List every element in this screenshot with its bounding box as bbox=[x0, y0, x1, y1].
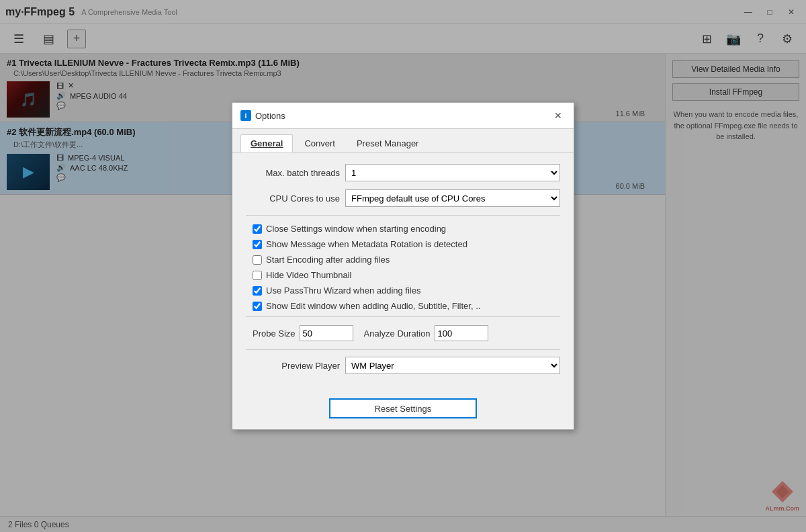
checkbox-0[interactable] bbox=[253, 224, 262, 234]
checkbox-4[interactable] bbox=[253, 286, 262, 296]
checkbox-row-2: Start Encoding after adding files bbox=[246, 255, 560, 265]
batch-threads-select[interactable]: 1 2 4 8 bbox=[345, 164, 560, 181]
divider2 bbox=[246, 316, 560, 317]
reset-settings-button[interactable]: Reset Settings bbox=[329, 398, 477, 418]
cpu-cores-label: CPU Cores to use bbox=[246, 193, 340, 204]
checkbox-label-5: Show Edit window when adding Audio, Subt… bbox=[266, 301, 480, 311]
checkbox-row-5: Show Edit window when adding Audio, Subt… bbox=[246, 301, 560, 311]
checkbox-1[interactable] bbox=[253, 240, 262, 249]
preview-player-select[interactable]: WM Player VLC MPC-HC bbox=[345, 357, 560, 374]
probe-size-label: Probe Size bbox=[253, 328, 296, 339]
checkbox-container: Close Settings window when starting enco… bbox=[246, 224, 560, 311]
dialog-close-button[interactable]: ✕ bbox=[551, 108, 566, 123]
dialog-titlebar: i Options ✕ bbox=[232, 103, 574, 129]
tab-preset-manager[interactable]: Preset Manager bbox=[347, 134, 429, 152]
checkbox-row-0: Close Settings window when starting enco… bbox=[246, 224, 560, 234]
batch-threads-label: Max. batch threads bbox=[246, 168, 340, 178]
dialog-icon: i bbox=[240, 110, 251, 121]
divider3 bbox=[246, 349, 560, 350]
analyze-duration-label: Analyze Duration bbox=[364, 328, 431, 339]
analyze-duration-group: Analyze Duration bbox=[364, 325, 488, 341]
checkbox-row-4: Use PassThru Wizard when adding files bbox=[246, 285, 560, 296]
probe-size-input[interactable] bbox=[300, 325, 353, 341]
probe-size-group: Probe Size bbox=[253, 325, 353, 341]
checkbox-row-3: Hide Video Thumbnail bbox=[246, 270, 560, 280]
dialog-content: Max. batch threads 1 2 4 8 CPU Cores to … bbox=[232, 153, 574, 390]
cpu-cores-select[interactable]: FFmpeg default use of CPU Cores 1 2 4 8 bbox=[345, 189, 560, 207]
checkbox-label-0: Close Settings window when starting enco… bbox=[266, 224, 446, 234]
checkbox-label-1: Show Message when Metadata Rotation is d… bbox=[266, 239, 467, 249]
checkbox-label-2: Start Encoding after adding files bbox=[266, 255, 390, 265]
dialog-footer: Reset Settings bbox=[232, 390, 574, 429]
cpu-cores-row: CPU Cores to use FFmpeg default use of C… bbox=[246, 189, 560, 207]
tab-general[interactable]: General bbox=[240, 134, 293, 152]
probe-analyze-row: Probe Size Analyze Duration bbox=[246, 325, 560, 341]
options-dialog: i Options ✕ General Convert Preset Manag… bbox=[232, 102, 574, 430]
checkbox-label-3: Hide Video Thumbnail bbox=[266, 270, 351, 280]
preview-player-label: Preview Player bbox=[253, 361, 340, 371]
dialog-tabs: General Convert Preset Manager bbox=[232, 129, 574, 153]
preview-player-row: Preview Player WM Player VLC MPC-HC bbox=[246, 357, 560, 374]
checkbox-row-1: Show Message when Metadata Rotation is d… bbox=[246, 239, 560, 249]
tab-convert[interactable]: Convert bbox=[294, 134, 345, 152]
checkbox-3[interactable] bbox=[253, 271, 262, 280]
checkbox-label-4: Use PassThru Wizard when adding files bbox=[266, 285, 421, 296]
divider bbox=[246, 215, 560, 216]
modal-overlay: i Options ✕ General Convert Preset Manag… bbox=[0, 0, 806, 532]
checkbox-5[interactable] bbox=[253, 302, 262, 311]
analyze-duration-input[interactable] bbox=[435, 325, 488, 341]
dialog-title-left: i Options bbox=[240, 110, 285, 121]
checkbox-2[interactable] bbox=[253, 255, 262, 265]
dialog-title: Options bbox=[255, 111, 285, 121]
batch-threads-row: Max. batch threads 1 2 4 8 bbox=[246, 164, 560, 181]
